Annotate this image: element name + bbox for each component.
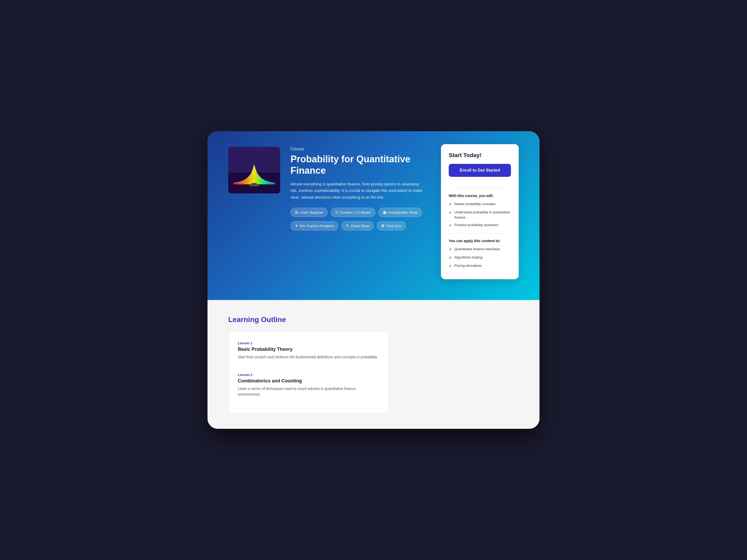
course-info: Course Probability for Quantitative Fina… [290,147,431,231]
prereq-label: Prerequisites: None [388,211,418,214]
lesson-2-title: Combinatorics and Counting [238,378,380,384]
cheatsheet-label: Cheat Sheet [351,224,369,228]
list-item-3: ✓ Practice probability questions [449,222,511,228]
course-description: Almost everything in quantitative financ… [290,181,426,201]
lessons-card: Lesson 1 Basic Probability Theory Start … [228,331,389,413]
prereq-icon: ▣ [383,210,386,215]
level-icon: ⊞ [295,210,298,215]
apply-item-2-text: Algorithmic trading [455,255,483,260]
with-course-list: ✓ Master probability concepts ✓ Understa… [449,202,511,228]
duration-badge: ⊙ Duration: 1-2 Weeks [331,208,375,217]
apply-title: You can apply this content to: [449,239,511,243]
check-icon-3: ✓ [449,223,452,228]
duration-icon: ⊙ [335,210,338,215]
card-divider-2 [449,233,511,234]
badges-row: ⊞ Level: Beginner ⊙ Duration: 1-2 Weeks … [290,208,431,217]
hero-section: Course Probability for Quantitative Fina… [207,131,540,300]
enroll-card-title: Start Today! [449,152,511,159]
quiz-icon: ✿ [381,223,385,228]
check-icon-1: ✓ [449,202,452,207]
quiz-label: Final Quiz [386,224,402,228]
learning-outline-title: Learning Outline [228,316,519,324]
practice-badge: ✦ 50+ Practice Problems [290,221,338,231]
svg-rect-3 [249,185,259,186]
lesson-1-title: Basic Probability Theory [238,347,380,352]
lesson-1: Lesson 1 Basic Probability Theory Start … [238,341,380,366]
duration-label: Duration: 1-2 Weeks [340,211,371,214]
apply-item-1: ✓ Quantitative finance interviews [449,246,511,252]
device-frame: Course Probability for Quantitative Fina… [207,131,540,429]
course-image [228,147,280,193]
apply-list: ✓ Quantitative finance interviews ✓ Algo… [449,246,511,269]
level-label: Level: Beginner [300,211,323,214]
list-item-3-text: Practice probability questions [455,222,498,228]
list-item-2-text: Understand probability in quantitative f… [455,210,511,220]
practice-icon: ✦ [295,223,298,228]
hero-content: Course Probability for Quantitative Fina… [228,147,519,279]
list-item-1-text: Master probability concepts [455,202,495,207]
apply-check-3: ✓ [449,263,452,269]
with-course-title: With this course, you will: [449,194,511,198]
enroll-button[interactable]: Enroll to Get Started [449,164,511,177]
course-label: Course [290,147,431,152]
cheatsheet-icon: ✎ [346,223,349,228]
lesson-2-desc: Learn a series of techniques used to cou… [238,386,380,397]
enroll-card: Start Today! Enroll to Get Started With … [441,144,519,279]
prereq-badge: ▣ Prerequisites: None [379,208,422,217]
quiz-badge: ✿ Final Quiz [377,221,406,231]
cheatsheet-badge: ✎ Cheat Sheet [341,221,374,231]
bottom-section: Learning Outline Lesson 1 Basic Probabil… [207,300,540,429]
list-item-1: ✓ Master probability concepts [449,202,511,207]
lesson-2-number: Lesson 2 [238,373,380,377]
apply-check-2: ✓ [449,255,452,261]
apply-item-3: ✓ Pricing derivatives [449,263,511,269]
apply-item-1-text: Quantitative finance interviews [455,246,500,252]
lesson-1-desc: Start from scratch and reinforce the fun… [238,354,380,360]
apply-item-2: ✓ Algorithmic trading [449,255,511,261]
course-title: Probability for Quantitative Finance [290,154,431,176]
apply-check-1: ✓ [449,247,452,252]
features-row: ✦ 50+ Practice Problems ✎ Cheat Sheet ✿ … [290,221,431,231]
lesson-1-number: Lesson 1 [238,341,380,345]
lesson-2: Lesson 2 Combinatorics and Counting Lear… [238,366,380,404]
check-icon-2: ✓ [449,210,452,215]
level-badge: ⊞ Level: Beginner [290,208,328,217]
practice-label: 50+ Practice Problems [300,224,334,228]
list-item-2: ✓ Understand probability in quantitative… [449,210,511,220]
apply-item-3-text: Pricing derivatives [455,263,482,268]
svg-rect-2 [252,183,257,185]
